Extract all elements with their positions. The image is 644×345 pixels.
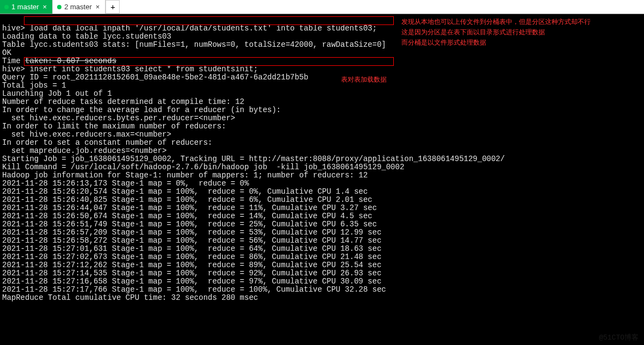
status-dot-icon (4, 5, 9, 9)
terminal-output: 2021-11-28 15:26:51,749 Stage-1 map = 10… (2, 220, 377, 229)
terminal-output: Kill Command = /usr/local/soft/hadoop-2.… (2, 163, 404, 171)
status-dot-icon (57, 5, 61, 9)
annotation-1: 发现从本地也可以上传文件到分桶表中，但是分区这种方式却不行 (401, 18, 591, 26)
watermark: @51CTO博客 (599, 334, 639, 342)
terminal-output: Table lycc.students03 stats: [numFiles=1… (2, 40, 386, 49)
annotation-3: 而分桶是以文件形式处理数据 (401, 39, 486, 47)
terminal-output: 2021-11-28 15:27:12,262 Stage-1 map = 10… (2, 261, 381, 269)
terminal-output: 2021-11-28 15:27:02,673 Stage-1 map = 10… (2, 252, 381, 261)
terminal-output: set hive.exec.reducers.max=<number> (2, 130, 171, 139)
terminal-output: 2021-11-28 15:26:58,272 Stage-1 map = 10… (2, 236, 381, 245)
terminal-output: set hive.exec.reducers.bytes.per.reducer… (2, 114, 235, 122)
command-load-data: load data local inpath '/usr/local/data/… (25, 24, 377, 33)
terminal-output: 2021-11-28 15:26:50,674 Stage-1 map = 10… (2, 212, 373, 220)
terminal-output: OK (2, 48, 11, 57)
terminal-output: Launching Job 1 out of 1 (2, 89, 112, 98)
tab-2-master[interactable]: 2 master × (53, 0, 106, 14)
annotation-2: 这是因为分区是在表下面以目录形式进行处理数据 (401, 28, 545, 36)
hive-prompt: hive> (2, 24, 25, 33)
close-icon[interactable]: × (42, 3, 48, 11)
terminal-output: Time (2, 57, 25, 65)
terminal-output: MapReduce Total cumulative CPU time: 32 … (2, 293, 258, 302)
tab-bar: 1 master × 2 master × + (0, 0, 644, 14)
terminal-output: 2021-11-28 15:27:17,766 Stage-1 map = 10… (2, 285, 386, 294)
plus-icon: + (110, 3, 115, 11)
terminal-output: In order to limit the maximum number of … (2, 122, 226, 131)
terminal-output: Starting Job = job_1638061495129_0002, T… (2, 155, 505, 163)
tab-1-master[interactable]: 1 master × (0, 0, 53, 14)
terminal-output: 2021-11-28 15:27:14,535 Stage-1 map = 10… (2, 269, 381, 278)
terminal-output: 2021-11-28 15:26:40,825 Stage-1 map = 10… (2, 195, 373, 204)
terminal-output-strike: taken: 0.607 seconds (25, 57, 116, 65)
terminal-output: Hadoop job information for Stage-1: numb… (2, 171, 368, 180)
terminal-output: Loading data to table lycc.students03 (2, 32, 171, 41)
tab-label: 1 master (11, 3, 39, 11)
terminal-output: 2021-11-28 15:27:16,658 Stage-1 map = 10… (2, 277, 381, 286)
close-icon[interactable]: × (95, 3, 101, 11)
terminal-output: set mapreduce.job.reduces=<number> (2, 146, 166, 155)
terminal-output: In order to change the average load for … (2, 106, 281, 114)
terminal-output: Query ID = root_20211128152601_09ae848e-… (2, 73, 308, 82)
terminal[interactable]: hive> load data local inpath '/usr/local… (0, 14, 644, 345)
terminal-output: Number of reduce tasks determined at com… (2, 97, 244, 106)
terminal-output: 2021-11-28 15:26:57,209 Stage-1 map = 10… (2, 228, 381, 237)
annotation-4: 表对表加载数据 (341, 76, 387, 84)
terminal-output: 2021-11-28 15:26:44,047 Stage-1 map = 10… (2, 204, 377, 212)
command-insert: insert into students03 select * from stu… (25, 65, 258, 73)
add-tab-button[interactable]: + (106, 0, 120, 14)
terminal-output: Total jobs = 1 (2, 81, 66, 90)
hive-prompt: hive> (2, 65, 25, 73)
terminal-output: 2021-11-28 15:26:13,173 Stage-1 map = 0%… (2, 179, 249, 188)
terminal-output: In order to set a constant number of red… (2, 138, 212, 147)
terminal-output: 2021-11-28 15:27:01,631 Stage-1 map = 10… (2, 244, 381, 253)
terminal-output: 2021-11-28 15:26:20,574 Stage-1 map = 10… (2, 187, 368, 196)
tab-label: 2 master (64, 3, 92, 11)
